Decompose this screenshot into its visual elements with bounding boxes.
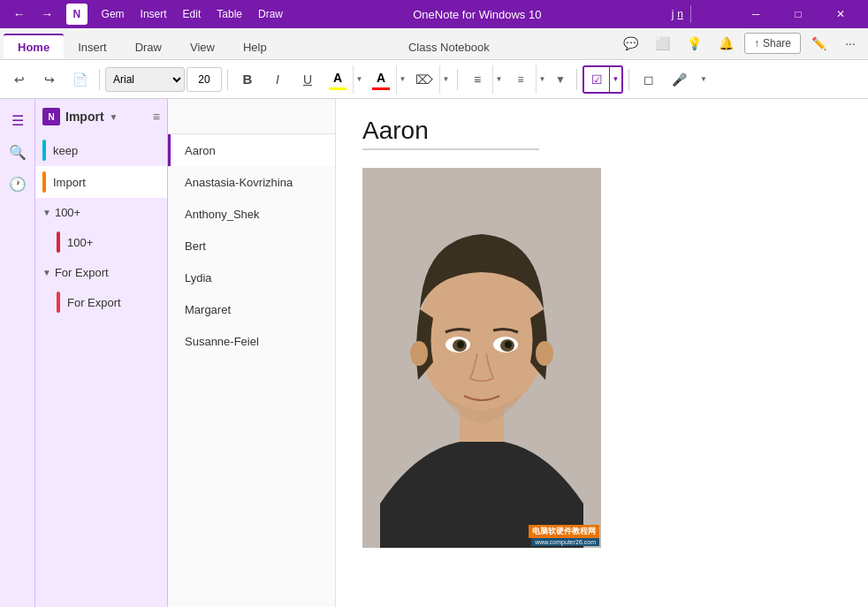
separator-2 <box>227 69 228 90</box>
pen-icon-btn[interactable]: ✏️ <box>804 31 833 56</box>
group-forexport-label: For Export <box>55 266 109 279</box>
note-title: Aaron <box>362 117 841 145</box>
checkbox-button[interactable]: ☑ <box>584 67 609 92</box>
svg-point-10 <box>536 341 553 366</box>
separator-1 <box>99 69 100 90</box>
more-ribbon-btn[interactable]: ··· <box>836 31 864 56</box>
share-button[interactable]: ↑ Share <box>744 33 801 54</box>
notebook-name: Import <box>65 110 104 124</box>
group-forexport-chevron: ▼ <box>42 268 51 277</box>
font-size-input[interactable] <box>187 67 222 92</box>
menu-edit[interactable]: Edit <box>176 4 209 24</box>
ribbon-tabs: Home Insert Draw View Help Class Noteboo… <box>0 28 868 60</box>
page-item-lydia[interactable]: Lydia <box>168 262 335 293</box>
note-content[interactable]: Aaron <box>336 99 868 607</box>
menu-draw[interactable]: Draw <box>251 4 290 24</box>
eraser-chevron[interactable]: ▼ <box>439 65 452 94</box>
group-100plus-header[interactable]: ▼ 100+ <box>35 198 167 226</box>
lightbulb-icon-btn[interactable]: 💡 <box>681 31 709 56</box>
share-label: Share <box>763 37 791 49</box>
section-label-keep: keep <box>53 144 160 157</box>
section-label-100plus: 100+ <box>67 236 160 249</box>
section-label-import: Import <box>53 176 160 189</box>
sections-panel: N Import ▼ ≡ keep Import ▼ 100+ 100+ ▼ <box>35 99 168 607</box>
page-item-bert[interactable]: Bert <box>168 230 335 262</box>
library-icon[interactable]: ☰ <box>4 106 32 134</box>
numbered-chevron[interactable]: ▼ <box>536 65 548 94</box>
highlight-chevron[interactable]: ▼ <box>353 65 365 94</box>
left-icon-bar: ☰ 🔍 🕐 <box>0 99 35 607</box>
numbered-list-button[interactable]: ≡ <box>506 65 535 94</box>
page-item-margaret[interactable]: Margaret <box>168 293 335 325</box>
font-color-label: A <box>377 71 385 85</box>
svg-point-8 <box>505 341 512 348</box>
mic-button[interactable]: 🎤 <box>665 65 693 94</box>
font-name-select[interactable]: Arial <box>105 67 185 92</box>
svg-point-7 <box>457 341 464 348</box>
page-item-anthony[interactable]: Anthony_Shek <box>168 198 335 230</box>
menu-gem[interactable]: Gem <box>95 4 132 24</box>
back-button[interactable]: ← <box>7 2 32 27</box>
page-item-susanne[interactable]: Susanne-Feiel <box>168 325 335 357</box>
bold-button[interactable]: B <box>233 65 262 94</box>
tab-view[interactable]: View <box>176 35 229 59</box>
svg-point-9 <box>410 341 428 366</box>
group-100plus-chevron: ▼ <box>42 208 51 217</box>
section-import[interactable]: Import <box>35 166 167 198</box>
tab-draw[interactable]: Draw <box>121 35 176 59</box>
eraser2-button[interactable]: ◻ <box>635 65 663 94</box>
section-color-import <box>42 171 46 193</box>
highlight-button[interactable]: A <box>324 65 352 94</box>
font-color-chevron[interactable]: ▼ <box>396 65 408 94</box>
eraser-button[interactable]: ⌦ <box>410 65 438 94</box>
forward-button[interactable]: → <box>35 2 60 27</box>
title-bar-left: ← → N Gem Insert Edit Table Draw <box>7 2 290 27</box>
watermark: 电脑软硬件教程网 www.computer26.com <box>529 525 599 546</box>
font-color-button[interactable]: A <box>367 65 395 94</box>
underline-button[interactable]: U <box>293 65 322 94</box>
section-forexport[interactable]: For Export <box>35 286 167 318</box>
tab-home[interactable]: Home <box>4 34 64 59</box>
page-item-aaron[interactable]: Aaron <box>168 134 335 166</box>
filter-icon[interactable]: ≡ <box>153 110 160 124</box>
watermark-line2: www.computer26.com <box>531 538 599 546</box>
tab-class-notebook[interactable]: Class Notebook <box>394 35 504 59</box>
page-item-anastasia[interactable]: Anastasia-Kovrizhina <box>168 166 335 198</box>
notebook-label[interactable]: N Import ▼ <box>42 108 118 125</box>
chat-icon-btn[interactable]: 💬 <box>617 31 645 56</box>
section-color-forexport <box>57 292 60 313</box>
section-label-forexport: For Export <box>67 296 160 309</box>
bullet-chevron[interactable]: ▼ <box>492 65 505 94</box>
minimize-button[interactable]: ─ <box>735 0 776 28</box>
menu-insert[interactable]: Insert <box>133 4 174 24</box>
numbered-list-group: ≡ ▼ <box>506 65 548 94</box>
checkbox-chevron[interactable]: ▼ <box>609 67 621 92</box>
indent-chevron[interactable]: ▼ <box>550 65 571 94</box>
italic-button[interactable]: I <box>263 65 292 94</box>
page-list: Aaron Anastasia-Kovrizhina Anthony_Shek … <box>168 99 336 607</box>
notebook-chevron-icon: ▼ <box>110 112 118 122</box>
section-100plus[interactable]: 100+ <box>35 226 167 258</box>
tab-help[interactable]: Help <box>229 35 281 59</box>
page-list-header <box>168 99 335 134</box>
restore-button[interactable]: □ <box>778 0 819 28</box>
indent-group: ▼ <box>550 65 571 94</box>
section-keep[interactable]: keep <box>35 134 167 166</box>
more-toolbar-btn[interactable]: ▼ <box>695 65 712 94</box>
search-icon[interactable]: 🔍 <box>4 138 32 166</box>
undo-button[interactable]: ↩ <box>5 65 34 94</box>
recent-icon[interactable]: 🕐 <box>4 170 32 198</box>
separator-3 <box>457 69 458 90</box>
user-underline-text[interactable]: n <box>677 8 683 20</box>
page-button[interactable]: 📄 <box>65 65 94 94</box>
close-button[interactable]: ✕ <box>820 0 861 28</box>
redo-button[interactable]: ↪ <box>35 65 64 94</box>
bullet-list-button[interactable]: ≡ <box>463 65 491 94</box>
tab-insert[interactable]: Insert <box>64 35 121 59</box>
section-color-100plus <box>57 231 60 253</box>
tablet-icon-btn[interactable]: ⬜ <box>649 31 677 56</box>
note-title-area: Aaron <box>362 117 841 150</box>
bell-icon-btn[interactable]: 🔔 <box>712 31 741 56</box>
group-forexport-header[interactable]: ▼ For Export <box>35 258 167 286</box>
menu-table[interactable]: Table <box>209 4 249 24</box>
